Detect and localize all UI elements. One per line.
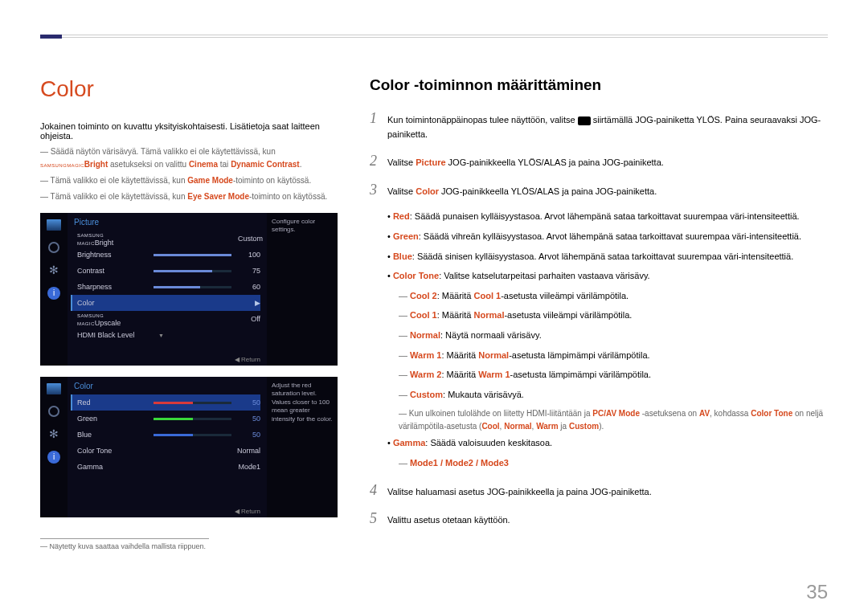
osd-help: Configure color settings. [267, 213, 338, 366]
osd-row-green: Green50 [74, 411, 260, 427]
osd-row-blue: Blue50 [74, 427, 260, 443]
osd-row-color: Color▶ [71, 295, 260, 311]
samsung-brand: SAMSUNG [40, 163, 67, 168]
info-icon: i [47, 287, 60, 300]
footnote-rule [40, 538, 209, 539]
footnote: ― Näytetty kuva saattaa vaihdella mallis… [40, 542, 338, 550]
page-number: 35 [806, 581, 828, 603]
jog-menu-icon [578, 116, 591, 125]
sub-cool1: Cool 1: Määritä Normal-asetusta viileämp… [399, 309, 828, 323]
gear-icon: ✻ [47, 428, 61, 439]
right-column: Color -toiminnon määrittäminen 1Kun toim… [370, 76, 828, 550]
section-title: Color -toiminnon määrittäminen [370, 76, 828, 94]
sub-modes: Mode1 / Mode2 / Mode3 [399, 456, 828, 471]
bullet-list: Red: Säädä punaisen kylläisyystasoa. Arv… [387, 210, 828, 470]
left-column: Color Jokainen toiminto on kuvattu yksit… [40, 76, 338, 550]
picture-icon [47, 219, 61, 231]
osd-title: Color [74, 382, 260, 390]
osd-sidebar: ✻ i [40, 377, 68, 517]
step-3: 3Valitse Color JOG-painikkeella YLÖS/ALA… [370, 182, 828, 199]
main-content: Color Jokainen toiminto on kuvattu yksit… [40, 76, 828, 550]
osd-sidebar: ✻ i [40, 213, 68, 366]
osd-row-gamma: GammaMode1 [74, 459, 260, 475]
bullet-gamma: Gamma: Säädä valoisuuden keskitasoa. [387, 436, 828, 451]
sub-custom: Custom: Mukauta värisävyä. [399, 388, 828, 403]
osd-menu-color: ✻ i Color Red50 Green50 Blue50 Color Ton… [40, 377, 338, 517]
osd-row-sharpness: Sharpness60 [74, 279, 260, 295]
osd-menu-picture: ✻ i Picture SAMSUNGMAGICBrightCustom Bri… [40, 213, 338, 366]
osd-row-upscale: SAMSUNGMAGICUpscaleOff [74, 311, 260, 327]
note-2: Tämä valikko ei ole käytettävissä, kun G… [40, 174, 338, 187]
sub-warm2: Warm 2: Määritä Warm 1-asetusta lämpimäm… [399, 368, 828, 382]
gear-icon: ✻ [47, 264, 61, 276]
hdmi-note: Kun ulkoinen tulolähde on liitetty HDMI-… [399, 407, 828, 433]
intro-text: Jokainen toiminto on kuvattu yksityiskoh… [40, 121, 338, 141]
osd-title: Picture [74, 218, 260, 227]
bullet-blue: Blue: Säädä sinisen kylläisyystasoa. Arv… [387, 250, 828, 264]
sub-cool2: Cool 2: Määritä Cool 1-asetusta viileämp… [399, 289, 828, 304]
osd-body: Color Red50 Green50 Blue50 Color ToneNor… [68, 377, 267, 517]
chevron-down-icon: ▼ [158, 333, 164, 338]
osd-row-hdmi: HDMI Black Level▼ [74, 327, 260, 343]
osd-help: Adjust the red saturation level. Values … [267, 377, 338, 517]
magic-brand: MAGIC [67, 163, 84, 168]
clock-icon [48, 406, 59, 417]
clock-icon [48, 242, 59, 253]
step-1: 1Kun toimintonäppäinopas tulee näyttöön,… [370, 110, 828, 141]
osd-row-contrast: Contrast75 [74, 263, 260, 279]
osd-return: ◀ Return [235, 508, 260, 515]
page-header-rule [40, 35, 828, 38]
step-2: 2Valitse Picture JOG-painikkeella YLÖS/A… [370, 153, 828, 170]
osd-row-colortone: Color ToneNormal [74, 443, 260, 459]
osd-return: ◀ Return [235, 356, 260, 363]
bullet-colortone: Color Tone: Valitse katselutarpeitasi pa… [387, 269, 828, 284]
osd-row-bright: SAMSUNGMAGICBrightCustom [74, 231, 260, 247]
osd-body: Picture SAMSUNGMAGICBrightCustom Brightn… [68, 213, 267, 366]
info-icon: i [47, 451, 60, 464]
step-4: 4Valitse haluamasi asetus JOG-painikkeel… [370, 482, 828, 500]
picture-icon [47, 383, 61, 394]
sub-warm1: Warm 1: Määritä Normal-asetusta lämpimäm… [399, 349, 828, 363]
note-1: Säädä näytön värisävyä. Tämä valikko ei … [40, 145, 338, 171]
sub-normal: Normal: Näytä normaali värisävy. [399, 329, 828, 343]
bullet-red: Red: Säädä punaisen kylläisyystasoa. Arv… [387, 210, 828, 224]
note-3: Tämä valikko ei ole käytettävissä, kun E… [40, 190, 338, 203]
osd-row-red: Red50 [71, 394, 260, 411]
chevron-right-icon: ▶ [255, 299, 260, 307]
page-title: Color [40, 76, 338, 102]
bullet-green: Green: Säädä vihreän kylläisyystasoa. Ar… [387, 230, 828, 244]
step-5: 5Valittu asetus otetaan käyttöön. [370, 510, 828, 528]
osd-row-brightness: Brightness100 [74, 247, 260, 263]
